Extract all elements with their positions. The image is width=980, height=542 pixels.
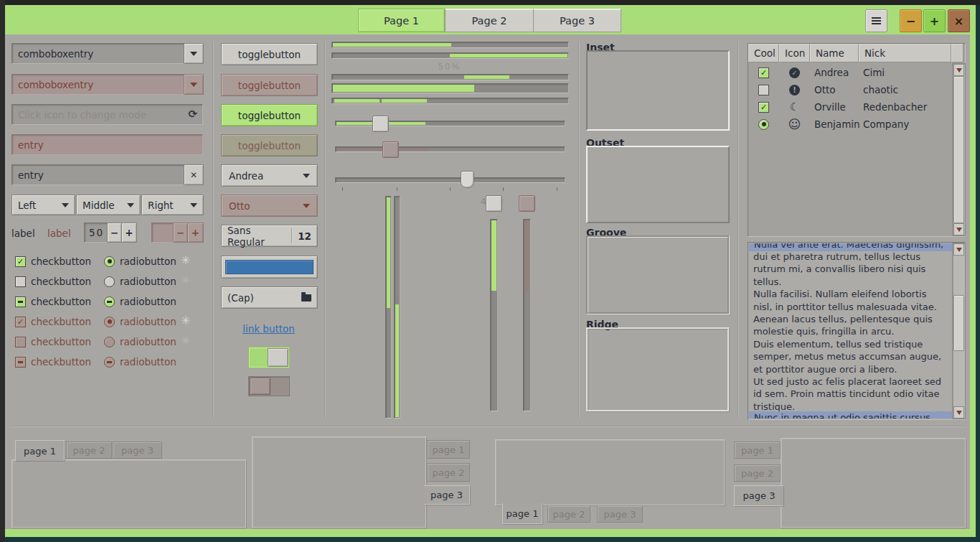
entry[interactable]: entry bbox=[11, 164, 184, 185]
tree-header-nick[interactable]: Nick bbox=[859, 44, 951, 62]
minimize-button[interactable]: − bbox=[900, 9, 922, 32]
scroll-up-button[interactable] bbox=[953, 243, 964, 256]
linked-combo-middle[interactable]: Middle bbox=[76, 195, 141, 215]
notebook1-tab-page3[interactable]: page 3 bbox=[113, 441, 162, 459]
icon-entry[interactable]: Click icon to change mode ⟳ bbox=[11, 104, 203, 125]
tree-row[interactable]: ✓ ☾ Orville Redenbacher bbox=[748, 98, 951, 116]
notebook4-tab-page3[interactable]: page 3 bbox=[734, 485, 783, 506]
cell-checkbox-unchecked[interactable] bbox=[758, 85, 769, 95]
textview-partial-top: Nulla vel ante erat. Maecenas dignissim, bbox=[749, 243, 952, 251]
radiobutton-unchecked[interactable]: radiobutton bbox=[104, 274, 176, 289]
radiobutton-label: radiobutton bbox=[120, 296, 176, 307]
hscale-marks-handle[interactable] bbox=[461, 171, 474, 188]
checkbutton-unchecked[interactable]: checkbutton bbox=[15, 274, 91, 289]
font-button[interactable]: Sans Regular 12 bbox=[221, 225, 318, 247]
refresh-icon[interactable]: ⟳ bbox=[188, 108, 197, 121]
comboboxentry-input[interactable]: comboboxentry bbox=[11, 43, 184, 64]
notebook3-tab-page2[interactable]: page 2 bbox=[547, 505, 590, 523]
notebook2-panel bbox=[252, 436, 426, 528]
switch-knob[interactable] bbox=[250, 378, 270, 395]
hscale-handle[interactable] bbox=[372, 116, 389, 132]
file-chooser-button[interactable]: (Cap) bbox=[221, 286, 318, 309]
tab-label: page 1 bbox=[433, 444, 465, 455]
notebook1-tab-page2[interactable]: page 2 bbox=[66, 441, 112, 459]
scrollbar-thumb[interactable] bbox=[953, 295, 964, 351]
cell-checkbox-checked[interactable]: ✓ bbox=[758, 67, 769, 78]
tree-scrollbar[interactable] bbox=[952, 63, 966, 236]
radiobutton-unchecked-disabled: radiobutton bbox=[104, 335, 176, 349]
tree-header-icon[interactable]: Icon bbox=[779, 44, 810, 62]
tree-header-name[interactable]: Name bbox=[810, 44, 859, 62]
desktop: Page 1 Page 2 Page 3 − + × comboboxentry… bbox=[0, 0, 980, 542]
linked-combo-left[interactable]: Left bbox=[11, 195, 75, 215]
combobox[interactable]: Andrea bbox=[221, 164, 318, 187]
hscale-trough[interactable] bbox=[335, 121, 565, 126]
spinbutton-plus-button[interactable]: + bbox=[121, 223, 137, 243]
tree-header-cool[interactable]: Cool bbox=[748, 44, 779, 62]
vscale-trough[interactable] bbox=[490, 219, 498, 411]
vertical-progressbar-up bbox=[394, 196, 400, 419]
radiobutton-checked[interactable]: radiobutton bbox=[104, 254, 176, 268]
notebook1-tab-page1[interactable]: page 1 bbox=[15, 440, 65, 461]
comboboxentry-dropdown-button[interactable] bbox=[184, 43, 204, 64]
link-button[interactable]: link button bbox=[221, 323, 316, 335]
notebook2-tab-page2[interactable]: page 2 bbox=[427, 463, 470, 482]
switch-on[interactable] bbox=[248, 347, 290, 368]
textview-scrollbar[interactable] bbox=[952, 243, 966, 419]
checkbox-checked-disabled-icon: ✓ bbox=[15, 317, 26, 327]
chevron-down-icon bbox=[190, 203, 197, 207]
titlebar-tab-page1-label: Page 1 bbox=[384, 15, 419, 27]
window-menu-button[interactable] bbox=[865, 9, 887, 32]
vscale-handle[interactable] bbox=[486, 195, 502, 212]
notebook4-tab-page1[interactable]: page 1 bbox=[734, 441, 781, 459]
tree-row[interactable]: ☺ Benjamin Company bbox=[748, 116, 951, 133]
arrow-down-icon bbox=[956, 228, 962, 232]
cell-radio-checked[interactable] bbox=[758, 119, 769, 130]
clear-icon: ✕ bbox=[190, 170, 197, 180]
togglebutton-active[interactable]: togglebutton bbox=[221, 104, 318, 126]
scroll-up-button[interactable] bbox=[953, 64, 964, 76]
linked-combo-right[interactable]: Right bbox=[141, 195, 204, 215]
arrow-up-icon bbox=[956, 248, 962, 252]
color-button[interactable] bbox=[221, 256, 318, 279]
linked-combo-middle-label: Middle bbox=[83, 200, 115, 211]
hscale-marks-trough[interactable] bbox=[335, 177, 565, 183]
notebook4-tab-page2[interactable]: page 2 bbox=[734, 464, 781, 482]
close-button[interactable]: × bbox=[948, 9, 970, 32]
togglebutton-active-disabled: togglebutton bbox=[221, 134, 318, 156]
checkbutton-unchecked-disabled: checkbutton bbox=[15, 335, 91, 349]
frame-groove bbox=[586, 235, 730, 314]
progressbar-ltr bbox=[331, 42, 569, 48]
tree-row[interactable]: ! Otto chaotic bbox=[748, 81, 951, 98]
radiobutton-mixed[interactable]: radiobutton bbox=[104, 294, 176, 309]
switch-knob[interactable] bbox=[268, 348, 288, 367]
scroll-down-button[interactable] bbox=[953, 406, 964, 419]
tree-row[interactable]: ✓ ✓ Andrea Cimi bbox=[748, 64, 951, 81]
entry-clear-button[interactable]: ✕ bbox=[184, 164, 204, 185]
spinbutton-value[interactable]: 50 bbox=[84, 223, 108, 243]
titlebar-tab-page3[interactable]: Page 3 bbox=[533, 9, 621, 32]
notebook3-tab-page3[interactable]: page 3 bbox=[597, 505, 643, 523]
spinner-icon: ✳ bbox=[181, 255, 190, 266]
tab-label: page 1 bbox=[507, 508, 539, 519]
radio-mixed-icon bbox=[104, 296, 115, 307]
notebook3-tab-page1[interactable]: page 1 bbox=[502, 503, 542, 524]
titlebar-tab-page2[interactable]: Page 2 bbox=[445, 9, 534, 32]
togglebutton[interactable]: togglebutton bbox=[221, 43, 318, 65]
notebook2-tab-page1[interactable]: page 1 bbox=[427, 440, 470, 459]
textview[interactable]: Nulla vel ante erat. Maecenas dignissim,… bbox=[748, 242, 966, 420]
checkbutton-mixed[interactable]: checkbutton bbox=[15, 294, 91, 309]
togglebutton-label: togglebutton bbox=[238, 140, 301, 151]
tree-header-name-label: Name bbox=[816, 47, 844, 59]
scroll-down-button[interactable] bbox=[953, 223, 964, 235]
notebook2-tab-page3[interactable]: page 3 bbox=[424, 485, 470, 505]
spinbutton-minus-button[interactable]: − bbox=[107, 223, 122, 243]
titlebar-tab-page1[interactable]: Page 1 bbox=[358, 9, 445, 32]
maximize-button[interactable]: + bbox=[923, 9, 946, 32]
cell-checkbox-checked[interactable]: ✓ bbox=[758, 102, 769, 113]
icon-entry-placeholder: Click icon to change mode bbox=[12, 105, 202, 124]
scrollbar-thumb[interactable] bbox=[953, 76, 964, 223]
divider bbox=[291, 228, 292, 243]
checkbutton-checked[interactable]: ✓checkbutton bbox=[15, 254, 91, 268]
switch-off[interactable] bbox=[248, 376, 290, 396]
